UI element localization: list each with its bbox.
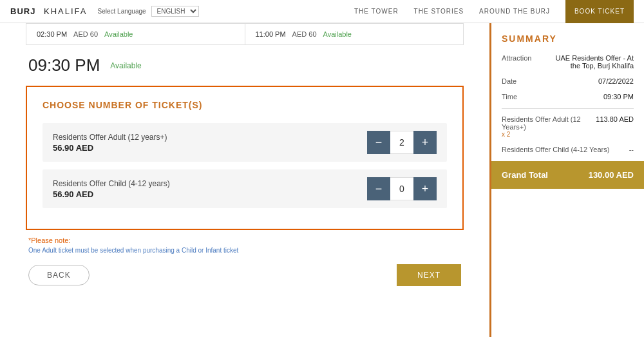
adult-summary-label: Residents Offer Adult (12 Years+) x 2 — [502, 115, 596, 138]
summary-time-row: Time 09:30 PM — [502, 93, 634, 101]
ticket-info-child: Residents Offer Child (4-12 years) 56.90… — [53, 179, 367, 199]
main-nav: THE TOWER THE STORIES AROUND THE BURJ BO… — [354, 0, 634, 23]
book-ticket-button[interactable]: BOOK TICKET — [565, 0, 634, 23]
child-summary-label: Residents Offer Child (4-12 Years) — [502, 146, 629, 153]
left-panel: 02:30 PM AED 60 Available 11:00 PM AED 6… — [0, 23, 489, 337]
logo: BURJ KHALIFA — [10, 6, 88, 16]
child-qty-display: 0 — [390, 177, 413, 200]
slot-0-time: 02:30 PM — [37, 30, 67, 38]
note-description: One Adult ticket must be selected when p… — [26, 247, 464, 254]
ticket-info-adult: Residents Offer Adult (12 years+) 56.90 … — [53, 133, 367, 153]
summary-adult-row: Residents Offer Adult (12 Years+) x 2 11… — [502, 115, 634, 138]
adult-summary-value: 113.80 AED — [596, 115, 634, 123]
ticket-row-child: Residents Offer Child (4-12 years) 56.90… — [43, 169, 447, 208]
adult-qty-label: x 2 — [502, 131, 591, 138]
summary-date-row: Date 07/22/2022 — [502, 77, 634, 85]
grand-total-value: 130.00 AED — [589, 170, 634, 180]
time-slots-row: 02:30 PM AED 60 Available 11:00 PM AED 6… — [26, 23, 464, 45]
ticket-price-adult: 56.90 AED — [53, 143, 367, 153]
summary-attraction-row: Attraction UAE Residents Offer - At the … — [502, 54, 634, 70]
logo-khalifa: KHALIFA — [44, 6, 87, 16]
time-label: Time — [502, 93, 603, 101]
language-selector[interactable]: Select Language ENGLISH — [98, 6, 199, 17]
chooser-title: CHOOSE NUMBER OF TICKET(S) — [43, 100, 447, 110]
nav-stories[interactable]: THE STORIES — [414, 8, 464, 15]
summary-divider — [502, 108, 634, 109]
summary-child-row: Residents Offer Child (4-12 Years) -- — [502, 146, 634, 153]
ticket-name-adult: Residents Offer Adult (12 years+) — [53, 133, 367, 142]
child-summary-value: -- — [629, 146, 634, 153]
ticket-row-adult: Residents Offer Adult (12 years+) 56.90 … — [43, 123, 447, 162]
attraction-label: Attraction — [502, 54, 550, 62]
slot-1-status: Available — [323, 30, 352, 38]
back-button[interactable]: BACK — [28, 265, 90, 285]
attraction-value: UAE Residents Offer - At the Top, Burj K… — [550, 54, 634, 70]
selected-time-row: 09:30 PM Available — [26, 55, 464, 75]
note-section: *Please note: One Adult ticket must be s… — [26, 236, 464, 254]
bottom-buttons: BACK NEXT — [26, 254, 464, 286]
language-dropdown[interactable]: ENGLISH — [151, 6, 199, 17]
slot-1-price: AED 60 — [292, 30, 317, 38]
adult-qty-display: 2 — [390, 131, 413, 154]
date-label: Date — [502, 77, 598, 85]
summary-panel: SUMMARY Attraction UAE Residents Offer -… — [489, 23, 644, 337]
time-slot-1[interactable]: 11:00 PM AED 60 Available — [245, 24, 464, 44]
adult-decrement-button[interactable]: − — [367, 131, 390, 154]
summary-title: SUMMARY — [502, 34, 634, 44]
child-decrement-button[interactable]: − — [367, 177, 390, 200]
language-label: Select Language — [98, 8, 146, 15]
ticket-controls-adult: − 2 + — [367, 131, 437, 154]
header: BURJ KHALIFA Select Language ENGLISH THE… — [0, 0, 644, 23]
slot-0-status: Available — [104, 30, 133, 38]
note-label: *Please note: — [26, 236, 464, 244]
adult-increment-button[interactable]: + — [413, 131, 437, 154]
date-value: 07/22/2022 — [598, 77, 634, 85]
child-increment-button[interactable]: + — [413, 177, 437, 200]
ticket-price-child: 56.90 AED — [53, 189, 367, 199]
nav-around[interactable]: AROUND THE BURJ — [479, 8, 550, 15]
nav-tower[interactable]: THE TOWER — [354, 8, 399, 15]
ticket-controls-child: − 0 + — [367, 177, 437, 200]
ticket-name-child: Residents Offer Child (4-12 years) — [53, 179, 367, 188]
logo-burj: BURJ — [10, 6, 35, 16]
slot-1-time: 11:00 PM — [256, 30, 286, 38]
selected-time: 09:30 PM — [28, 55, 100, 75]
grand-total-label: Grand Total — [502, 170, 548, 180]
main-content: 02:30 PM AED 60 Available 11:00 PM AED 6… — [0, 23, 644, 337]
slot-0-price: AED 60 — [73, 30, 98, 38]
next-button[interactable]: NEXT — [397, 264, 461, 286]
ticket-chooser: CHOOSE NUMBER OF TICKET(S) Residents Off… — [26, 86, 464, 230]
grand-total-row: Grand Total 130.00 AED — [491, 161, 644, 189]
selected-status: Available — [110, 61, 141, 70]
time-slot-0[interactable]: 02:30 PM AED 60 Available — [26, 24, 245, 44]
time-value: 09:30 PM — [603, 93, 634, 101]
